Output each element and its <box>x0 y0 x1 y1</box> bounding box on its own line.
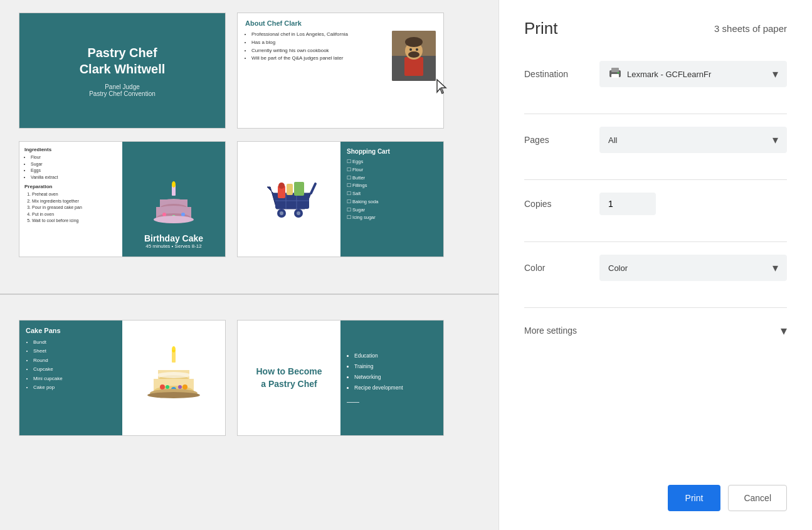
slide-6-title: How to Become a Pastry Chef <box>238 321 340 435</box>
svg-point-38 <box>157 372 191 378</box>
destination-label: Destination <box>524 69 599 79</box>
chef-photo <box>392 31 436 81</box>
svg-point-34 <box>172 346 176 352</box>
svg-point-27 <box>297 211 300 215</box>
more-settings-arrow: ▾ <box>781 323 787 338</box>
copies-label: Copies <box>524 199 599 209</box>
slide-3-cake: Birthday Cake 45 minutes • Serves 8-12 <box>122 142 225 257</box>
copies-control[interactable] <box>599 193 787 215</box>
divider-3 <box>524 241 787 242</box>
slide-5-cake-image <box>122 321 225 435</box>
svg-line-28 <box>311 184 315 193</box>
svg-point-44 <box>182 384 187 390</box>
svg-point-5 <box>408 51 419 58</box>
page-break <box>0 294 498 295</box>
svg-point-9 <box>172 181 176 188</box>
pages-dropdown-arrow: ▾ <box>772 133 778 147</box>
svg-rect-31 <box>294 182 304 196</box>
color-value: Color <box>608 263 628 273</box>
destination-dropdown[interactable]: Lexmark - GCFLearnFr ▾ <box>599 61 787 87</box>
color-dropdown-arrow: ▾ <box>772 261 778 275</box>
print-header: Print 3 sheets of paper <box>524 19 787 38</box>
color-dropdown[interactable]: Color ▾ <box>599 255 787 281</box>
pages-row: Pages All ▾ <box>524 127 787 159</box>
svg-point-6 <box>409 48 412 51</box>
svg-point-18 <box>181 213 185 216</box>
cake-sub: 45 minutes • Serves 8-12 <box>145 243 202 249</box>
divider-1 <box>524 114 787 114</box>
pages-label: Pages <box>524 135 599 145</box>
slide-1: Pastry Chef Clark Whitwell Panel Judge P… <box>19 13 226 129</box>
slide-4-cart-image <box>238 142 340 257</box>
svg-point-25 <box>280 211 283 215</box>
copies-input[interactable] <box>599 193 656 215</box>
slide-1-subtitle: Panel Judge Pastry Chef Convention <box>89 83 156 97</box>
color-control[interactable]: Color ▾ <box>599 255 787 281</box>
slide-6-bullets: Education Training Networking Recipe dev… <box>340 321 443 435</box>
svg-rect-50 <box>611 68 619 72</box>
svg-point-16 <box>162 213 166 216</box>
svg-point-7 <box>416 48 418 51</box>
preview-panel[interactable]: Pastry Chef Clark Whitwell Panel Judge P… <box>0 0 498 530</box>
svg-rect-30 <box>287 184 293 195</box>
destination-value: Lexmark - GCFLearnFr <box>627 70 711 79</box>
slide-5-left: Cake Pans Bundt Sheet Round Cupcake Mini… <box>19 321 122 435</box>
more-settings-row[interactable]: More settings ▾ <box>524 321 787 341</box>
pages-control[interactable]: All ▾ <box>599 127 787 153</box>
svg-point-46 <box>178 385 182 389</box>
cancel-button[interactable]: Cancel <box>728 485 787 511</box>
settings-panel: Print 3 sheets of paper Destination Lexm… <box>498 0 812 530</box>
slide-3: Ingredients Flour Sugar Eggs Vanilla ext… <box>19 141 226 257</box>
slide-4-items: Shopping Cart Eggs Flour Butter Fillings… <box>340 142 443 257</box>
svg-point-32 <box>278 183 285 189</box>
divider-4 <box>524 307 787 308</box>
divider-2 <box>524 179 787 180</box>
svg-point-52 <box>618 72 620 74</box>
pages-dropdown[interactable]: All ▾ <box>599 127 787 153</box>
svg-rect-2 <box>404 57 423 76</box>
svg-point-45 <box>166 385 169 389</box>
svg-point-4 <box>405 37 423 47</box>
slide-1-name: Pastry Chef Clark Whitwell <box>80 45 166 77</box>
destination-row: Destination Lexmark - GCFLearnFr ▾ <box>524 61 787 93</box>
slide-6-heading: How to Become a Pastry Chef <box>256 366 322 390</box>
svg-point-42 <box>160 384 165 390</box>
pages-value: All <box>608 135 617 145</box>
slide-5: Cake Pans Bundt Sheet Round Cupcake Mini… <box>19 320 226 436</box>
slide-3-ingredients: Ingredients Flour Sugar Eggs Vanilla ext… <box>19 142 122 257</box>
slide-6: How to Become a Pastry Chef Education Tr… <box>237 320 444 436</box>
svg-point-19 <box>154 216 194 223</box>
sheets-info: 3 sheets of paper <box>714 23 787 34</box>
slide-4: Shopping Cart Eggs Flour Butter Fillings… <box>237 141 444 257</box>
color-label: Color <box>524 263 599 273</box>
copies-row: Copies <box>524 193 787 221</box>
printer-icon <box>608 67 622 81</box>
destination-control[interactable]: Lexmark - GCFLearnFr ▾ <box>599 61 787 87</box>
more-settings-label: More settings <box>524 326 577 336</box>
svg-point-48 <box>147 392 200 398</box>
color-row: Color Color ▾ <box>524 255 787 287</box>
cake-name: Birthday Cake <box>144 233 203 243</box>
print-button[interactable]: Print <box>668 485 721 511</box>
cursor-arrow <box>436 78 448 95</box>
destination-dropdown-arrow: ▾ <box>772 67 778 81</box>
print-title: Print <box>524 19 557 38</box>
slide-2-bullets: Professional chef in Los Angeles, Califo… <box>245 31 387 81</box>
slide-2-title: About Chef Clark <box>245 19 436 27</box>
slide-2: About Chef Clark Professional chef in Lo… <box>237 13 444 129</box>
svg-rect-51 <box>611 74 619 78</box>
bottom-buttons: Print Cancel <box>524 485 787 511</box>
